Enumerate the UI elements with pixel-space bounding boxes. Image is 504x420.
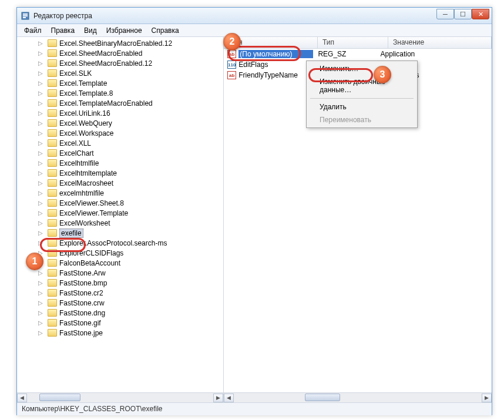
expand-icon[interactable]: ▷ [37,310,44,317]
tree-item[interactable]: ▷Excel.SheetBinaryMacroEnabled.12 [19,38,223,48]
tree-hscroll[interactable]: ◀ ▶ [17,392,223,402]
tree-item[interactable]: ▷excelmhtmlfile [19,188,223,198]
tree-item-label: FastStone.dng [59,309,105,317]
tree-item[interactable]: ▷ExcelMacrosheet [19,178,223,188]
scroll-right-button[interactable]: ▶ [482,394,492,402]
tree-item[interactable]: ▷FastStone.jpe [19,328,223,338]
folder-icon [48,159,57,167]
ctx-modify-binary[interactable]: Изменить двоичные данные… [308,75,416,96]
tree-item-label: Excel.SheetMacroEnabled [59,49,142,58]
maximize-button[interactable]: ☐ [454,9,472,19]
titlebar[interactable]: Редактор реестра ─ ☐ ✕ [17,8,492,24]
tree-item-label: FalconBetaAccount [59,259,120,267]
menu-help[interactable]: Справка [147,25,184,36]
tree-item[interactable]: ▷ExcelViewer.Template [19,208,223,218]
expand-icon[interactable]: ▷ [37,210,44,217]
splitter[interactable] [221,37,223,392]
tree-item[interactable]: ▷Excel.SheetMacroEnabled [19,48,223,58]
col-type[interactable]: Тип [318,37,388,48]
tree-item[interactable]: ▷ExcelChart [19,148,223,158]
menu-edit[interactable]: Правка [46,25,80,36]
expand-icon[interactable]: ▷ [37,50,44,57]
close-button[interactable]: ✕ [472,9,489,19]
expand-icon[interactable]: ▷ [37,100,44,107]
scroll-left-button[interactable]: ◀ [224,394,234,402]
tree-item[interactable]: ▷Excel.Workspace [19,128,223,138]
scroll-right-button[interactable]: ▶ [213,394,223,402]
expand-icon[interactable]: ▷ [37,170,44,177]
tree-item[interactable]: ▷FastStone.bmp [19,278,223,288]
tree-item[interactable]: ▷FastStone.cr2 [19,288,223,298]
expand-icon[interactable]: ▷ [37,240,44,247]
expand-icon[interactable]: ▷ [37,190,44,197]
tree-item[interactable]: ▷Excel.Template.8 [19,88,223,98]
tree-item[interactable]: ▷FastStone.crw [19,298,223,308]
tree-item[interactable]: ▷Excel.UriLink.16 [19,108,223,118]
folder-icon [48,99,57,107]
folder-icon [48,89,57,97]
tree-item[interactable]: ▷Excel.TemplateMacroEnabled [19,98,223,108]
expand-icon[interactable]: ▷ [37,40,44,47]
tree-item[interactable]: ▷ExcelWorksheet [19,218,223,228]
status-path: Компьютер\HKEY_CLASSES_ROOT\exefile [22,405,163,413]
ctx-rename[interactable]: Переименовать [308,113,416,126]
string-value-icon: ab [227,71,236,79]
expand-icon[interactable]: ▷ [37,90,44,97]
tree-item[interactable]: ▷ExcelViewer.Sheet.8 [19,198,223,208]
tree-item[interactable]: ▷FalconBetaAccount [19,258,223,268]
expand-icon[interactable]: ▷ [37,280,44,287]
value-name: (По умолчанию) [238,50,313,58]
scroll-left-button[interactable]: ◀ [17,394,27,402]
col-data[interactable]: Значение [388,37,492,48]
menu-view[interactable]: Вид [79,25,102,36]
expand-icon[interactable]: ▷ [37,330,44,337]
expand-icon[interactable]: ▷ [37,160,44,167]
expand-icon[interactable]: ▷ [37,270,44,277]
expand-icon[interactable]: ▷ [37,140,44,147]
expand-icon[interactable]: ▷ [37,150,44,157]
tree-item[interactable]: ▷exefile [19,228,223,238]
folder-icon [48,239,57,247]
tree-item[interactable]: ▷Excel.XLL [19,138,223,148]
menu-favorites[interactable]: Избранное [102,25,147,36]
expand-icon[interactable]: ▷ [37,230,44,237]
tree-item[interactable]: ▷Excel.SheetMacroEnabled.12 [19,58,223,68]
scroll-thumb[interactable] [305,394,340,401]
expand-icon[interactable]: ▷ [37,180,44,187]
tree-item-label: ExcelViewer.Sheet.8 [59,199,124,207]
expand-icon[interactable]: ▷ [37,320,44,327]
tree-item-label: ExcelViewer.Template [59,209,128,217]
expand-icon[interactable]: ▷ [37,200,44,207]
tree-item[interactable]: ▷FastStone.dng [19,308,223,318]
tree-item-label: Excel.SheetMacroEnabled.12 [59,59,152,68]
tree-item[interactable]: ▷FastStone.gif [19,318,223,328]
expand-icon[interactable]: ▷ [37,70,44,77]
expand-icon[interactable]: ▷ [37,220,44,227]
binary-value-icon: 110 [227,61,236,69]
expand-icon[interactable]: ▷ [37,60,44,67]
tree-item[interactable]: ▷FastStone.Arw [19,268,223,278]
expand-icon[interactable]: ▷ [37,110,44,117]
value-row[interactable]: ab(По умолчанию)REG_SZApplication [224,49,492,59]
expand-icon[interactable]: ▷ [37,290,44,297]
tree-item[interactable]: ▷Explorer.AssocProtocol.search-ms [19,238,223,248]
ctx-delete[interactable]: Удалить [308,100,416,113]
expand-icon[interactable]: ▷ [37,130,44,137]
tree-item[interactable]: ▷Excel.SLK [19,68,223,78]
tree-item[interactable]: ▷Excelhtmltemplate [19,168,223,178]
scroll-thumb[interactable] [39,394,80,401]
expand-icon[interactable]: ▷ [37,120,44,127]
tree-item[interactable]: ▷ExplorerCLSIDFlags [19,248,223,258]
expand-icon[interactable]: ▷ [37,300,44,307]
expand-icon[interactable]: ▷ [37,80,44,87]
menu-file[interactable]: Файл [19,25,46,36]
tree-item[interactable]: ▷Excel.WebQuery [19,118,223,128]
tree-item[interactable]: ▷Excelhtmlfile [19,158,223,168]
tree-item[interactable]: ▷Excel.Template [19,78,223,88]
ctx-modify[interactable]: Изменить… [308,62,416,75]
folder-icon [48,179,57,187]
folder-icon [48,259,57,267]
minimize-button[interactable]: ─ [436,9,454,19]
list-hscroll[interactable]: ◀ ▶ [224,392,492,402]
registry-tree[interactable]: ▷Excel.SheetBinaryMacroEnabled.12▷Excel.… [17,37,223,339]
